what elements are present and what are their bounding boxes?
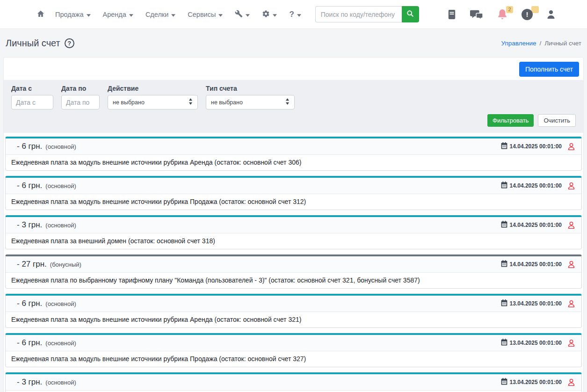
chevron-down-icon (218, 11, 223, 18)
user-outline-icon[interactable] (567, 142, 576, 151)
transaction-account-type: (основной) (45, 143, 76, 150)
user-outline-icon[interactable] (567, 221, 576, 230)
transaction-datetime: 14.04.2025 00:01:00 (510, 182, 562, 189)
transaction-account-type: (основной) (45, 222, 76, 229)
transaction-datetime: 13.04.2025 00:01:00 (510, 340, 562, 346)
tools-menu[interactable] (235, 10, 250, 19)
transaction-amount: - 27 грн. (17, 260, 47, 269)
transaction-description: Ежедневная плата за модуль внешние источ… (6, 312, 581, 327)
alerts-badge (531, 6, 539, 13)
transaction-header: - 3 грн. (основной) 14.04.2025 00:01:00 (6, 217, 581, 233)
transaction-card: - 6 грн. (основной) 14.04.2025 00:01:00 … (5, 137, 582, 171)
transaction-datetime: 13.04.2025 00:01:00 (510, 379, 562, 385)
transaction-account-type: (основной) (45, 379, 76, 386)
breadcrumb-link[interactable]: Управление (501, 40, 536, 47)
search-input[interactable] (315, 6, 402, 22)
user-outline-icon[interactable] (567, 299, 576, 308)
action-label: Действие (108, 85, 198, 92)
home-button[interactable] (36, 10, 45, 19)
transaction-datetime: 13.04.2025 00:01:00 (510, 300, 562, 307)
transaction-card: - 6 грн. (основной) 13.04.2025 00:01:00 … (5, 294, 582, 328)
chevron-down-icon (273, 11, 277, 18)
transaction-account-type: (бонусный) (50, 261, 81, 268)
date-from-label: Дата с (11, 85, 53, 92)
date-from-input[interactable] (11, 95, 53, 109)
action-select[interactable]: не выбрано (108, 95, 198, 109)
calendar-icon (501, 378, 507, 387)
top-navbar: Продажа Аренда Сделки Сервисы ? (0, 0, 587, 29)
transaction-description: Ежедневная плата за модуль внешние источ… (6, 194, 581, 210)
transaction-amount: - 6 грн. (17, 142, 42, 151)
search-button[interactable] (402, 6, 419, 22)
transaction-card: - 3 грн. (основной) 13.04.2025 00:01:00 … (5, 372, 582, 392)
chevron-down-icon (87, 11, 91, 18)
account-type-select[interactable]: не выбрано (206, 95, 295, 109)
page-header: Личный счет ? Управление / Личный счет (0, 29, 587, 57)
menu-sales[interactable]: Продажа (55, 11, 91, 18)
journal-button[interactable] (448, 9, 456, 20)
topup-button[interactable]: Пополнить счет (519, 62, 579, 77)
calendar-icon (501, 221, 507, 230)
clear-button[interactable]: Очистить (538, 114, 576, 127)
transaction-amount: - 6 грн. (17, 338, 42, 348)
transaction-description: Ежедневная плата за модуль внешние источ… (6, 351, 581, 367)
toolbar-row: Пополнить счет (4, 58, 583, 80)
exclamation-icon: ! (522, 9, 533, 20)
notifications-badge: 2 (506, 6, 513, 13)
transaction-header: - 6 грн. (основной) 13.04.2025 00:01:00 (6, 335, 581, 351)
transaction-header: - 27 грн. (бонусный) 14.04.2025 00:01:00 (6, 256, 581, 273)
profile-button[interactable] (547, 9, 555, 20)
filter-action: Действие не выбрано (108, 85, 198, 109)
date-to-input[interactable] (61, 95, 100, 109)
user-icon (547, 9, 555, 20)
help-menu[interactable]: ? (289, 10, 301, 19)
user-outline-icon[interactable] (567, 378, 576, 387)
menu-services[interactable]: Сервисы (188, 11, 223, 18)
breadcrumb-separator: / (539, 40, 541, 47)
transaction-account-type: (основной) (45, 182, 76, 189)
transaction-header: - 6 грн. (основной) 14.04.2025 00:01:00 (6, 178, 581, 194)
user-outline-icon[interactable] (567, 181, 576, 190)
filter-date-from: Дата с (11, 85, 53, 109)
transaction-card: - 27 грн. (бонусный) 14.04.2025 00:01:00… (5, 254, 582, 289)
search-icon (406, 10, 414, 19)
transaction-account-type: (основной) (45, 300, 76, 307)
transaction-datetime: 14.04.2025 00:01:00 (510, 222, 562, 228)
navbar-search (315, 6, 419, 22)
transaction-description: Ежедневная плата по выбранному тарифному… (6, 273, 581, 288)
messages-button[interactable] (470, 9, 483, 20)
account-type-select-value: не выбрано (211, 99, 243, 106)
menu-sales-label: Продажа (55, 11, 84, 18)
account-type-label: Тип счета (206, 85, 295, 92)
transaction-header: - 3 грн. (основной) 13.04.2025 00:01:00 (6, 374, 581, 391)
notifications-button[interactable]: 2 (497, 9, 507, 20)
transaction-header: - 6 грн. (основной) 13.04.2025 00:01:00 (6, 296, 581, 312)
gear-icon (262, 10, 270, 19)
user-outline-icon[interactable] (567, 260, 576, 269)
chevron-down-icon (246, 11, 250, 18)
menu-rent[interactable]: Аренда (103, 11, 133, 18)
settings-menu[interactable] (262, 10, 277, 19)
date-to-label: Дата по (61, 85, 100, 92)
menu-services-label: Сервисы (188, 11, 216, 18)
chat-bubbles-icon (470, 9, 483, 20)
filter-button[interactable]: Фильтровать (487, 114, 534, 127)
transaction-amount: - 6 грн. (17, 181, 42, 190)
transaction-description: Ежедневная плата за модуль внешние источ… (6, 155, 581, 170)
alerts-button[interactable]: ! (522, 9, 533, 20)
transaction-description: Ежедневная плата за внешний домен (остат… (6, 233, 581, 249)
transaction-account-type: (основной) (45, 340, 76, 347)
menu-deals[interactable]: Сделки (145, 11, 175, 18)
calendar-icon (501, 299, 507, 308)
transaction-datetime: 14.04.2025 00:01:00 (510, 143, 562, 150)
question-icon: ? (289, 10, 294, 19)
transaction-list: - 6 грн. (основной) 14.04.2025 00:01:00 … (4, 133, 583, 392)
help-circle-icon[interactable]: ? (65, 38, 74, 48)
user-outline-icon[interactable] (567, 339, 576, 348)
filter-account-type: Тип счета не выбрано (206, 85, 295, 109)
navbar-right-icons: 2 ! (448, 9, 555, 20)
page-title: Личный счет ? (6, 38, 74, 49)
calendar-icon (501, 181, 507, 190)
transaction-amount: - 6 грн. (17, 299, 42, 308)
menu-deals-label: Сделки (145, 11, 168, 18)
